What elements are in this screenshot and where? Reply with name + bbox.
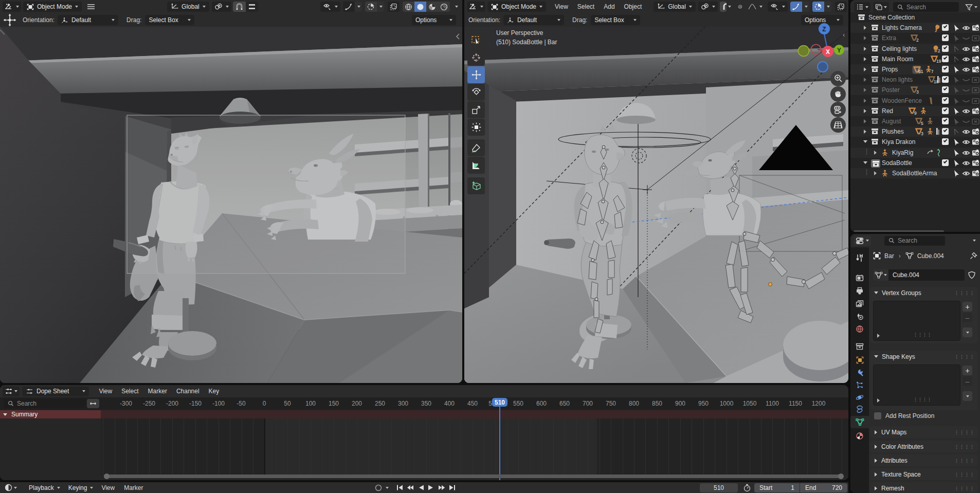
svg-text:Y: Y: [837, 47, 841, 54]
svg-text:61: 61: [918, 69, 923, 74]
svg-text:Z: Z: [822, 26, 826, 33]
svg-text:2: 2: [916, 38, 919, 42]
svg-text:X: X: [826, 48, 830, 56]
svg-text:3: 3: [921, 131, 923, 136]
svg-text:5: 5: [921, 121, 923, 125]
svg-text:7: 7: [931, 69, 933, 74]
svg-text:9: 9: [914, 111, 917, 115]
svg-text:19: 19: [936, 59, 941, 63]
svg-text:2: 2: [938, 48, 940, 53]
svg-text:3: 3: [916, 89, 919, 94]
